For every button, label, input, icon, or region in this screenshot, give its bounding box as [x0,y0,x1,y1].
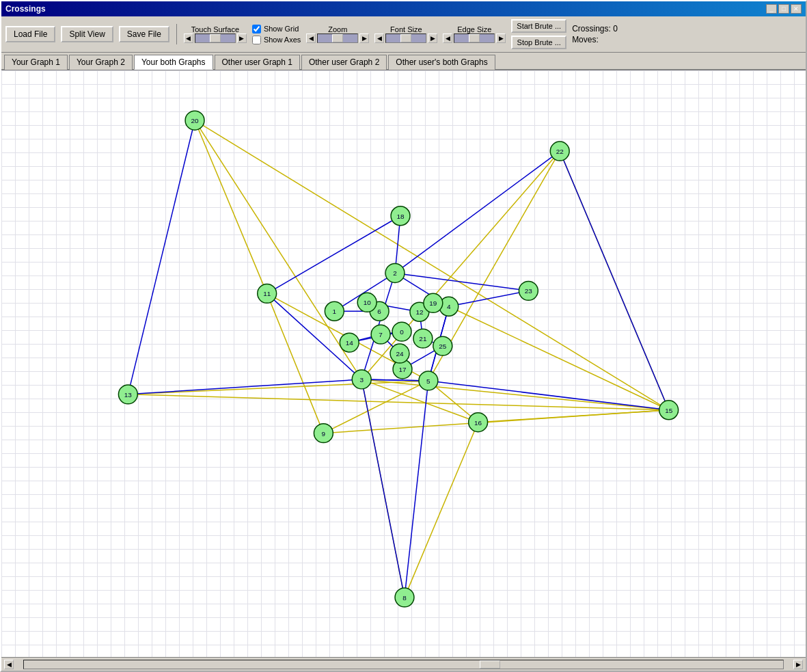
maximize-button[interactable]: □ [778,4,789,14]
tab-other-users-both[interactable]: Other user's both Graphs [388,55,495,70]
graph-node-10[interactable]: 10 [357,293,377,312]
svg-text:4: 4 [447,303,451,310]
svg-text:20: 20 [191,117,199,124]
horizontal-scrollbar[interactable] [23,660,784,669]
crossings-value: 0 [613,24,618,33]
save-file-button[interactable]: Save File [119,26,169,42]
graph-node-8[interactable]: 8 [395,588,414,607]
svg-text:5: 5 [426,377,430,385]
start-brute-button[interactable]: Start Brute ... [511,19,566,33]
close-button[interactable]: ✕ [791,4,802,14]
touch-surface-right[interactable]: ▶ [237,33,247,43]
tab-bar: Your Graph 1Your Graph 2Your both Graphs… [1,53,806,70]
touch-surface-left[interactable]: ◀ [184,33,193,43]
graph-node-9[interactable]: 9 [314,424,333,443]
show-axes-checkbox[interactable] [252,36,261,44]
graph-node-0[interactable]: 0 [392,322,411,341]
svg-text:10: 10 [364,299,372,306]
yellow-edge [478,410,669,422]
tab-your-graph-2[interactable]: Your Graph 2 [69,55,133,70]
split-view-button[interactable]: Split View [61,26,113,42]
edge-size-group: Edge Size ◀ ▶ [443,25,506,43]
yellow-edge [323,381,428,433]
stop-brute-button[interactable]: Stop Brute ... [511,36,566,49]
graph-node-11[interactable]: 11 [258,284,277,303]
graph-node-15[interactable]: 15 [659,401,679,420]
zoom-label: Zoom [328,25,347,33]
show-grid-label[interactable]: Show Grid [252,25,301,33]
tab-your-graph-1[interactable]: Your Graph 1 [4,55,68,70]
graph-node-1[interactable]: 1 [325,301,344,321]
zoom-left[interactable]: ◀ [306,33,316,43]
graph-svg[interactable]: 0123456789101112131415161718192021222324… [1,70,806,657]
graph-node-23[interactable]: 23 [519,281,538,300]
show-axes-label[interactable]: Show Axes [252,36,301,44]
load-file-button[interactable]: Load File [5,26,55,42]
tab-your-both-graphs[interactable]: Your both Graphs [134,55,213,70]
svg-text:19: 19 [429,299,437,307]
graph-node-22[interactable]: 22 [550,142,569,161]
svg-text:8: 8 [402,594,407,602]
graph-node-19[interactable]: 19 [424,293,443,312]
graph-node-5[interactable]: 5 [419,371,438,390]
scrollbar-thumb [480,660,500,669]
edge-size-right[interactable]: ▶ [496,33,506,43]
show-axes-text: Show Axes [264,36,301,44]
blue-edge [361,379,405,597]
show-grid-checkbox[interactable] [252,25,261,33]
font-size-track[interactable] [385,33,426,43]
scroll-right-arrow[interactable]: ▶ [793,660,803,669]
yellow-edge [195,120,267,293]
touch-surface-label: Touch Surface [191,25,239,33]
svg-text:6: 6 [377,308,381,315]
graph-node-13[interactable]: 13 [118,385,137,404]
separator-1 [176,24,177,44]
touch-surface-track[interactable] [195,33,236,43]
zoom-thumb [332,34,343,42]
graph-node-3[interactable]: 3 [352,370,371,389]
tab-other-user-graph-2[interactable]: Other user Graph 2 [301,55,387,70]
svg-text:22: 22 [556,148,564,155]
edge-size-track[interactable] [454,33,495,43]
graph-node-25[interactable]: 25 [433,336,452,355]
moves-row: Moves: [572,35,618,44]
grid-axes-group: Show Grid Show Axes [252,25,301,44]
minimize-button[interactable]: _ [766,4,777,14]
yellow-edge [195,120,361,379]
yellow-edge [267,293,324,433]
graph-node-20[interactable]: 20 [185,111,204,130]
svg-text:1: 1 [333,308,337,315]
zoom-track[interactable] [317,33,358,43]
graph-node-21[interactable]: 21 [413,329,433,348]
font-size-right[interactable]: ▶ [428,33,437,43]
scroll-left-arrow[interactable]: ◀ [4,660,14,669]
graph-node-16[interactable]: 16 [469,413,488,432]
tab-other-user-graph-1[interactable]: Other user Graph 1 [215,55,300,70]
zoom-group: Zoom ◀ ▶ [306,25,369,43]
info-panel: Crossings: 0 Moves: [572,24,618,44]
blue-edge [395,273,528,291]
font-size-left[interactable]: ◀ [374,33,384,43]
svg-text:21: 21 [419,335,427,342]
touch-surface-slider: ◀ ▶ [184,33,247,43]
blue-edge [395,151,560,273]
graph-node-2[interactable]: 2 [385,263,405,282]
edge-size-left[interactable]: ◀ [443,33,452,43]
svg-text:3: 3 [359,376,364,384]
blue-edge [128,120,195,394]
graph-node-7[interactable]: 7 [371,325,390,344]
graph-container[interactable]: 0123456789101112131415161718192021222324… [1,70,806,657]
zoom-slider: ◀ ▶ [306,33,369,43]
svg-text:18: 18 [396,213,405,220]
zoom-right[interactable]: ▶ [359,33,369,43]
blue-edge [560,151,668,410]
window-title: Crossings [5,4,46,14]
graph-node-24[interactable]: 24 [390,344,409,363]
font-size-group: Font Size ◀ ▶ [374,25,437,43]
svg-text:2: 2 [393,269,397,277]
svg-text:23: 23 [525,287,533,295]
font-size-slider: ◀ ▶ [374,33,437,43]
graph-node-18[interactable]: 18 [391,206,410,226]
graph-node-14[interactable]: 14 [340,333,359,352]
svg-text:17: 17 [398,366,407,373]
